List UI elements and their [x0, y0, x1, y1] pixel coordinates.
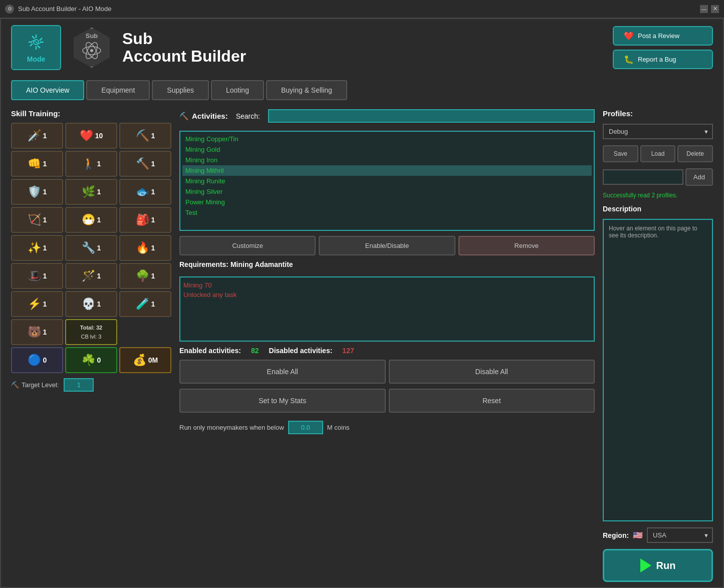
skill-mining[interactable]: ⛏️ 1: [119, 123, 171, 149]
skill-defence[interactable]: 🛡️ 1: [11, 179, 63, 205]
skill-grid: 🗡️ 1 ❤️ 10 ⛏️ 1 👊 1 🚶 1: [11, 123, 171, 373]
header: Mode Sub Sub Account Builder: [1, 19, 723, 76]
region-flag: 🇺🇸: [633, 530, 643, 540]
reset-button[interactable]: Reset: [389, 389, 595, 413]
skill-ranged[interactable]: 🏹 1: [11, 207, 63, 233]
skill-farming[interactable]: 🧪 1: [119, 291, 171, 317]
skill-hunter[interactable]: 🐻 1: [11, 319, 63, 345]
run-button[interactable]: Run: [603, 549, 713, 582]
tab-supplies[interactable]: Supplies: [152, 80, 209, 100]
agility-icon: 🚶: [82, 157, 95, 170]
req-unlocked-task: Unlocked any task: [183, 290, 591, 300]
mining-icon: ⛏️: [136, 129, 149, 142]
skill-agility[interactable]: 🚶 1: [65, 151, 117, 177]
report-bug-button[interactable]: 🐛 Report a Bug: [613, 50, 713, 69]
close-button[interactable]: ✕: [711, 5, 719, 13]
tab-aio-overview[interactable]: AIO Overview: [11, 80, 84, 100]
mode-label: Mode: [27, 55, 46, 63]
activity-item-runite[interactable]: Mining Runite: [182, 176, 592, 186]
enable-all-button[interactable]: Enable All: [179, 360, 386, 384]
slayer-icon: 💀: [82, 298, 95, 311]
enable-disable-all-buttons: Enable All Disable All: [179, 360, 595, 384]
profile-select-wrapper: Debug Default Custom: [603, 124, 713, 139]
minimize-button[interactable]: —: [700, 5, 708, 13]
svg-point-4: [90, 49, 93, 52]
disabled-label: Disabled activities:: [269, 347, 333, 355]
activities-title: ⛏️ Activities:: [179, 112, 228, 121]
title-bar-controls: — ✕: [700, 5, 719, 13]
requirements-title: Requirements: Mining Adamantite: [179, 260, 595, 268]
skill-strength[interactable]: 👊 1: [11, 151, 63, 177]
disable-all-button[interactable]: Disable All: [389, 360, 595, 384]
region-row: Region: 🇺🇸 USA EU AU: [603, 527, 713, 543]
skill-runecraft[interactable]: ⚡ 1: [11, 291, 63, 317]
skill-magic[interactable]: 🎩 1: [11, 263, 63, 289]
target-level-input[interactable]: [64, 378, 94, 392]
firemaking-icon: 🔥: [136, 241, 149, 254]
logo-atom-icon: [81, 40, 103, 62]
woodcutting-icon: 🌳: [136, 269, 149, 282]
activity-item-copper-tin[interactable]: Mining Copper/Tin: [182, 134, 592, 144]
skill-summoning[interactable]: ☘️ 0: [65, 347, 117, 373]
activity-item-silver[interactable]: Mining Silver: [182, 186, 592, 197]
add-profile-button[interactable]: Add: [685, 168, 713, 186]
skill-slayer[interactable]: 💀 1: [65, 291, 117, 317]
moneymakers-input[interactable]: [288, 421, 323, 434]
prayer-icon: ✨: [28, 241, 41, 254]
load-button[interactable]: Load: [640, 145, 676, 162]
skill-fletching[interactable]: 🪄 1: [65, 263, 117, 289]
fletching-icon: 🪄: [82, 269, 95, 282]
tab-buying-selling[interactable]: Buying & Selling: [266, 80, 347, 100]
main-window: Mode Sub Sub Account Builder: [0, 18, 724, 588]
skill-total[interactable]: Total: 32 CB lvl: 3: [65, 319, 117, 345]
stats-row: Enabled activities: 82 Disabled activiti…: [179, 347, 595, 355]
description-box: Hover an element on this page to see its…: [603, 219, 713, 521]
defence-icon: 🛡️: [28, 185, 41, 198]
right-panel: Profiles: Debug Default Custom Save Load…: [603, 109, 713, 582]
profile-select[interactable]: Debug Default Custom: [603, 124, 713, 139]
region-select[interactable]: USA EU AU: [647, 527, 713, 543]
skill-attack[interactable]: 🗡️ 1: [11, 123, 63, 149]
customize-button[interactable]: Customize: [179, 236, 316, 255]
skill-prayer-orb[interactable]: 🔵 0: [11, 347, 63, 373]
remove-button[interactable]: Remove: [458, 236, 595, 255]
activity-item-iron[interactable]: Mining Iron: [182, 155, 592, 165]
search-input[interactable]: [268, 109, 595, 123]
mode-button[interactable]: Mode: [11, 25, 61, 70]
post-review-button[interactable]: ❤️ Post a Review: [613, 26, 713, 46]
activities-list[interactable]: Mining Copper/Tin Mining Gold Mining Iro…: [179, 131, 595, 231]
skill-smithing[interactable]: 🔨 1: [119, 151, 171, 177]
hitpoints-icon: ❤️: [80, 129, 93, 142]
skill-herblore[interactable]: 🌿 1: [65, 179, 117, 205]
skill-cooking[interactable]: 🎒 1: [119, 207, 171, 233]
activities-icon: ⛏️: [179, 112, 189, 121]
set-to-my-stats-button[interactable]: Set to My Stats: [179, 389, 386, 413]
activity-item-power[interactable]: Power Mining: [182, 197, 592, 207]
farming-icon: 🧪: [136, 298, 149, 311]
skill-fishing[interactable]: 🐟 1: [119, 179, 171, 205]
logo-hex: Sub: [69, 25, 114, 70]
middle-panel: ⛏️ Activities: Search: Mining Copper/Tin…: [179, 109, 595, 582]
skill-woodcutting[interactable]: 🌳 1: [119, 263, 171, 289]
skill-prayer[interactable]: ✨ 1: [11, 235, 63, 261]
description-title: Description: [603, 205, 713, 213]
prayer-orb-icon: 🔵: [28, 354, 41, 367]
skill-gp[interactable]: 💰 0M: [119, 347, 171, 373]
skill-firemaking[interactable]: 🔥 1: [119, 235, 171, 261]
skill-crafting[interactable]: 🔧 1: [65, 235, 117, 261]
save-button[interactable]: Save: [603, 145, 638, 162]
delete-button[interactable]: Delete: [677, 145, 713, 162]
profile-name-input[interactable]: [603, 169, 683, 185]
activity-item-mithril[interactable]: Mining Mithril: [182, 165, 592, 176]
bug-icon: 🐛: [624, 55, 634, 64]
app-title-text: Sub Account Builder: [122, 30, 605, 65]
tab-looting[interactable]: Looting: [211, 80, 264, 100]
activities-header: ⛏️ Activities: Search:: [179, 109, 595, 123]
title-bar-left: ⚙ Sub Account Builder - AIO Mode: [5, 5, 111, 14]
activity-item-test[interactable]: Test: [182, 207, 592, 218]
tab-equipment[interactable]: Equipment: [86, 80, 150, 100]
enable-disable-button[interactable]: Enable/Disable: [319, 236, 455, 255]
activity-item-gold[interactable]: Mining Gold: [182, 144, 592, 155]
skill-thieving[interactable]: 😷 1: [65, 207, 117, 233]
skill-hitpoints[interactable]: ❤️ 10: [65, 123, 117, 149]
